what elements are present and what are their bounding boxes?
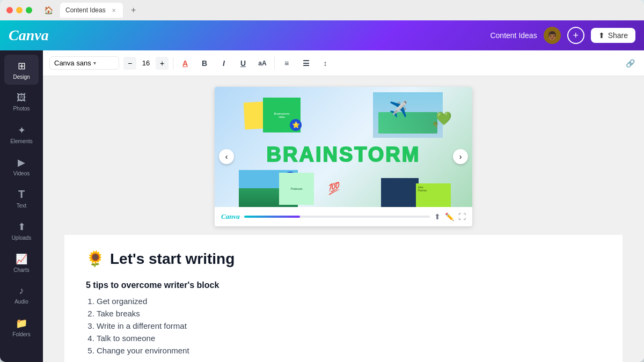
sidebar-label-videos: Videos xyxy=(13,171,30,176)
font-size-increase-button[interactable]: + xyxy=(156,57,169,70)
font-size-control: − 16 + xyxy=(123,57,169,70)
photos-icon: 🖼 xyxy=(17,92,26,104)
canvas-bottom-bar: Canva ⬆ ✏️ ⛶ xyxy=(215,207,472,226)
writing-title-text: Let's start writing xyxy=(110,250,235,268)
canva-logo[interactable]: Canva xyxy=(9,27,49,44)
writing-area: 🌻 Let's start writing 5 tips to overcome… xyxy=(64,235,623,362)
text-icon: T xyxy=(18,188,25,201)
canvas-next-button[interactable]: › xyxy=(453,149,468,164)
folders-icon: 📁 xyxy=(16,317,27,329)
title-bar: 🏠 Content Ideas ✕ + xyxy=(0,0,644,20)
sidebar-item-uploads[interactable]: ⬆ Uploads xyxy=(4,216,39,246)
progress-fill xyxy=(244,216,300,218)
podcast-label: Podcast xyxy=(291,187,303,190)
sidebar-label-charts: Charts xyxy=(13,267,29,273)
new-tab-button[interactable]: + xyxy=(127,4,140,17)
tab-label: Content Ideas xyxy=(65,6,106,14)
elements-icon: ✦ xyxy=(18,124,26,136)
videos-icon: ▶ xyxy=(18,157,25,168)
list-item-1: Get organized xyxy=(97,297,601,306)
canvas-prev-button[interactable]: ‹ xyxy=(219,149,234,164)
browser-tab[interactable]: Content Ideas ✕ xyxy=(60,3,123,18)
audio-icon: ♪ xyxy=(19,285,24,297)
avatar[interactable]: 👨🏾 xyxy=(544,27,561,44)
traffic-lights xyxy=(6,7,32,13)
content-area: Canva sans ▾ − 16 + A B I U aA ≡ ☰ ↕ xyxy=(43,50,644,362)
sidebar-label-photos: Photos xyxy=(13,106,30,112)
charts-icon: 📈 xyxy=(16,253,27,265)
list-button[interactable]: ☰ xyxy=(298,56,313,71)
design-icon: ⊞ xyxy=(18,60,26,72)
sidebar-item-design[interactable]: ⊞ Design xyxy=(4,55,39,85)
underline-button[interactable]: U xyxy=(236,56,251,71)
sticky-note-navy xyxy=(381,178,419,210)
sidebar-item-folders[interactable]: 📁 Folders xyxy=(4,312,39,342)
writing-title-icon: 🌻 xyxy=(86,250,105,268)
sticky-text-idea: idea xyxy=(279,115,284,119)
header-right: Content Ideas 👨🏾 + ⬆ Share xyxy=(490,27,635,44)
font-size-decrease-button[interactable]: − xyxy=(123,57,136,70)
canvas-container[interactable]: Brainstorm idea ⭐ ✈️ 🌴 💚 BRAINSTORM xyxy=(43,76,644,362)
list-item-5: Change your environment xyxy=(97,346,601,355)
toolbar: Canva sans ▾ − 16 + A B I U aA ≡ ☰ ↕ xyxy=(43,50,644,76)
edit-canvas-icon[interactable]: ✏️ xyxy=(445,212,454,221)
writing-subtitle: 5 tips to overcome writer's block xyxy=(86,280,601,290)
sidebar-item-audio[interactable]: ♪ Audio xyxy=(4,280,39,310)
italic-button[interactable]: I xyxy=(216,56,231,71)
sidebar-label-uploads: Uploads xyxy=(12,235,32,241)
list-item-2: Take breaks xyxy=(97,309,601,318)
sidebar-label-text: Text xyxy=(17,203,26,209)
sidebar-label-elements: Elements xyxy=(10,138,33,144)
bold-button[interactable]: B xyxy=(197,56,212,71)
heart-badge: 💚 xyxy=(436,111,452,126)
canvas-actions: ⬆ ✏️ ⛶ xyxy=(434,212,466,221)
share-button[interactable]: ⬆ Share xyxy=(591,28,635,43)
canva-header: Canva Content Ideas 👨🏾 + ⬆ Share xyxy=(0,20,644,50)
home-icon[interactable]: 🏠 xyxy=(41,3,56,18)
toolbar-divider-1 xyxy=(173,57,173,70)
plane-photo: ✈️ 🌴 xyxy=(373,92,443,138)
close-window-button[interactable] xyxy=(6,7,13,13)
sidebar-label-design: Design xyxy=(13,74,30,80)
minimize-window-button[interactable] xyxy=(16,7,23,13)
font-selector[interactable]: Canva sans ▾ xyxy=(49,56,119,70)
main-area: ⊞ Design 🖼 Photos ✦ Elements ▶ Videos T … xyxy=(0,50,644,362)
tab-close-button[interactable]: ✕ xyxy=(110,6,118,14)
sidebar-label-audio: Audio xyxy=(14,299,28,305)
sidebar-item-elements[interactable]: ✦ Elements xyxy=(4,119,39,149)
list-item-3: Write in a different format xyxy=(97,321,601,330)
link-button[interactable]: 🔗 xyxy=(623,56,638,71)
idea-partner-label2: Partner xyxy=(418,189,427,192)
sidebar-item-text[interactable]: T Text xyxy=(4,183,39,213)
brainstorm-heading: BRAINSTORM xyxy=(267,143,421,166)
writing-list: Get organized Take breaks Write in a dif… xyxy=(86,297,601,355)
progress-bar xyxy=(244,216,430,218)
canva-watermark: Canva xyxy=(221,212,240,221)
font-color-button[interactable]: A xyxy=(178,56,193,71)
toolbar-divider-2 xyxy=(274,57,275,70)
share-canvas-icon[interactable]: ⬆ xyxy=(434,212,441,221)
sidebar-item-videos[interactable]: ▶ Videos xyxy=(4,151,39,181)
align-left-button[interactable]: ≡ xyxy=(279,56,294,71)
sidebar-item-charts[interactable]: 📈 Charts xyxy=(4,248,39,278)
font-size-toggle-button[interactable]: aA xyxy=(255,56,270,71)
share-icon: ⬆ xyxy=(598,31,605,40)
writing-title: 🌻 Let's start writing xyxy=(86,250,601,268)
maximize-window-button[interactable] xyxy=(26,7,32,13)
brainstorm-canvas: Brainstorm idea ⭐ ✈️ 🌴 💚 BRAINSTORM xyxy=(215,87,472,226)
sticky-note-light-green: Podcast xyxy=(279,173,314,205)
share-label: Share xyxy=(608,31,628,40)
chevron-down-icon: ▾ xyxy=(93,60,96,66)
line-height-button[interactable]: ↕ xyxy=(318,56,333,71)
star-badge-1: ⭐ xyxy=(290,119,302,131)
font-size-value: 16 xyxy=(137,59,155,67)
list-item-4: Talk to someone xyxy=(97,334,601,343)
sidebar: ⊞ Design 🖼 Photos ✦ Elements ▶ Videos T … xyxy=(0,50,43,362)
font-name: Canva sans xyxy=(54,59,91,67)
sidebar-item-photos[interactable]: 🖼 Photos xyxy=(4,87,39,117)
add-button[interactable]: + xyxy=(567,27,584,44)
uploads-icon: ⬆ xyxy=(18,221,26,233)
sidebar-label-folders: Folders xyxy=(12,331,30,337)
fullscreen-icon[interactable]: ⛶ xyxy=(458,212,466,221)
project-title: Content Ideas xyxy=(490,31,537,40)
